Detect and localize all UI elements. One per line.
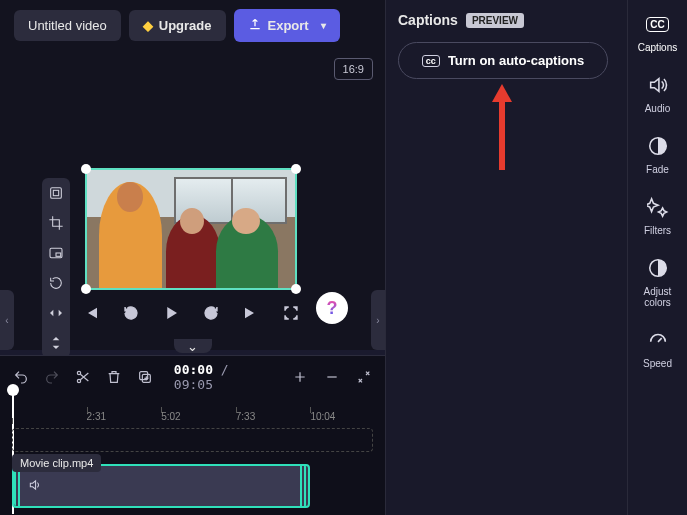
clip-name-tooltip: Movie clip.mp4 xyxy=(12,454,101,472)
sidebar-item-audio[interactable]: Audio xyxy=(632,71,684,114)
sidebar-item-fade[interactable]: Fade xyxy=(632,132,684,175)
clip-trim-right[interactable] xyxy=(300,466,308,506)
fit-button[interactable] xyxy=(355,368,373,386)
flip-horizontal-icon[interactable] xyxy=(47,304,65,322)
crop-icon[interactable] xyxy=(47,214,65,232)
sidebar-label: Filters xyxy=(644,225,671,236)
upgrade-button[interactable]: ◆ Upgrade xyxy=(129,10,226,41)
filters-icon xyxy=(644,193,672,221)
zoom-out-button[interactable] xyxy=(323,368,341,386)
fade-icon xyxy=(644,132,672,160)
sidebar-item-captions[interactable]: CC Captions xyxy=(632,10,684,53)
skip-back-icon[interactable] xyxy=(80,302,102,324)
sidebar-item-speed[interactable]: Speed xyxy=(632,326,684,369)
timeline-ruler[interactable]: 2:31 5:02 7:33 10:04 xyxy=(0,398,385,422)
time-display: 00:00 / 09:05 xyxy=(174,362,271,392)
project-title-button[interactable]: Untitled video xyxy=(14,10,121,41)
preview-canvas[interactable] xyxy=(85,168,297,290)
split-button[interactable] xyxy=(74,368,91,386)
resize-handle-tr[interactable] xyxy=(291,164,301,174)
question-icon: ? xyxy=(327,298,338,319)
aspect-ratio-button[interactable]: 16:9 xyxy=(334,58,373,80)
export-button[interactable]: Export ▾ xyxy=(234,9,340,42)
sidebar-label: Audio xyxy=(645,103,671,114)
chevron-down-icon: ▾ xyxy=(321,20,326,31)
resize-handle-br[interactable] xyxy=(291,284,301,294)
cc-icon: CC xyxy=(646,17,668,32)
contrast-icon xyxy=(644,254,672,282)
svg-rect-3 xyxy=(56,253,61,256)
skip-forward-icon[interactable] xyxy=(240,302,262,324)
cc-icon: cc xyxy=(422,55,440,67)
preview-badge: PREVIEW xyxy=(466,13,524,28)
canvas-tools xyxy=(42,178,70,358)
properties-sidebar: CC Captions Audio Fade Filters Adjust co… xyxy=(627,0,687,515)
text-track-placeholder[interactable] xyxy=(12,428,373,452)
play-button[interactable] xyxy=(160,302,182,324)
diamond-icon: ◆ xyxy=(143,18,153,33)
sidebar-label: Speed xyxy=(643,358,672,369)
delete-button[interactable] xyxy=(106,368,123,386)
forward-5-icon[interactable]: 5 xyxy=(200,302,222,324)
resize-handle-tl[interactable] xyxy=(81,164,91,174)
svg-rect-0 xyxy=(51,188,62,199)
captions-panel: Captions PREVIEW cc Turn on auto-caption… xyxy=(385,0,627,515)
sidebar-item-adjust-colors[interactable]: Adjust colors xyxy=(632,254,684,308)
pip-icon[interactable] xyxy=(47,244,65,262)
chevron-down-icon: ⌄ xyxy=(174,339,212,353)
redo-button[interactable] xyxy=(43,368,60,386)
safe-zone-icon[interactable] xyxy=(47,184,65,202)
timeline: 00:00 / 09:05 2:31 5:02 7:33 10:04 Movie… xyxy=(0,355,385,515)
sidebar-label: Fade xyxy=(646,164,669,175)
export-label: Export xyxy=(268,18,309,33)
fullscreen-icon[interactable] xyxy=(280,302,302,324)
sidebar-item-filters[interactable]: Filters xyxy=(632,193,684,236)
svg-rect-1 xyxy=(53,190,58,195)
resize-handle-bl[interactable] xyxy=(81,284,91,294)
video-frame xyxy=(87,170,295,288)
sidebar-label: Adjust colors xyxy=(632,286,684,308)
expand-bottom-button[interactable]: ⌄ xyxy=(0,340,385,352)
add-track-button[interactable] xyxy=(291,368,309,386)
rewind-5-icon[interactable]: 5 xyxy=(120,302,142,324)
clip-trim-left[interactable] xyxy=(14,466,22,506)
speed-icon xyxy=(644,326,672,354)
audio-icon xyxy=(28,478,42,495)
project-title: Untitled video xyxy=(28,18,107,33)
duplicate-button[interactable] xyxy=(137,368,154,386)
upload-icon xyxy=(248,17,262,34)
upgrade-label: Upgrade xyxy=(159,18,212,33)
auto-captions-label: Turn on auto-captions xyxy=(448,53,584,68)
timeline-toolbar: 00:00 / 09:05 xyxy=(0,356,385,398)
player-controls: 5 5 xyxy=(80,302,302,324)
rotate-icon[interactable] xyxy=(47,274,65,292)
panel-title: Captions xyxy=(398,12,458,28)
sidebar-label: Captions xyxy=(638,42,677,53)
speaker-icon xyxy=(644,71,672,99)
auto-captions-button[interactable]: cc Turn on auto-captions xyxy=(398,42,608,79)
svg-point-7 xyxy=(77,379,80,382)
svg-point-6 xyxy=(77,371,80,374)
help-button[interactable]: ? xyxy=(316,292,348,324)
